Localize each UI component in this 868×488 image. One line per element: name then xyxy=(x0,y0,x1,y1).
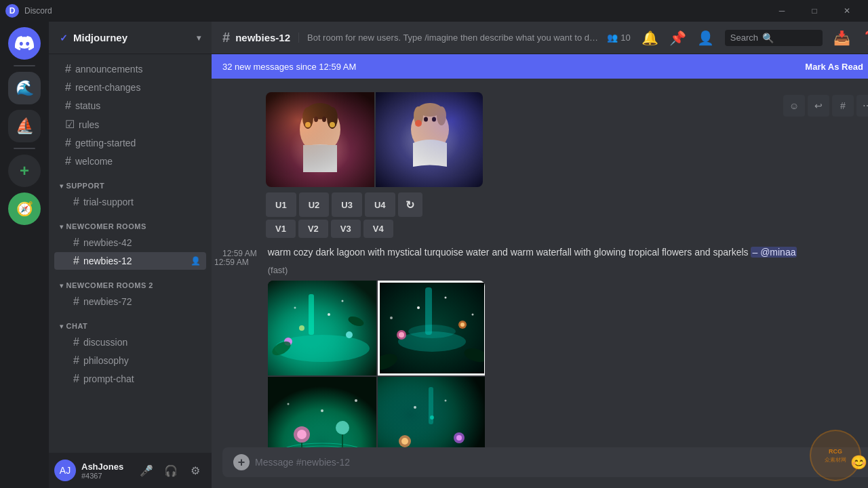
category-chat[interactable]: ▾ CHAT xyxy=(49,311,212,333)
u2-button[interactable]: U2 xyxy=(299,192,330,217)
category-label: CHAT xyxy=(66,322,88,330)
lagoon-image-2[interactable] xyxy=(378,281,485,375)
channel-label: announcements xyxy=(75,64,143,75)
close-button[interactable]: ✕ xyxy=(831,0,863,22)
channel-item-welcome[interactable]: # welcome xyxy=(54,152,206,170)
server-name: Midjourney xyxy=(73,32,127,43)
maximize-button[interactable]: □ xyxy=(799,0,830,22)
user-discriminator: #4367 xyxy=(81,472,130,480)
hash-icon: # xyxy=(73,354,79,367)
refresh-button[interactable]: ↻ xyxy=(398,192,422,217)
lagoon-image-3[interactable] xyxy=(268,377,376,447)
add-server-button[interactable]: + xyxy=(8,155,41,187)
hash-icon: # xyxy=(65,155,71,167)
action-buttons-u: U1 U2 U3 U4 ↻ xyxy=(266,192,772,217)
v4-button[interactable]: V4 xyxy=(363,220,393,238)
svg-point-69 xyxy=(430,415,434,420)
lagoon-image-1[interactable] xyxy=(268,281,376,375)
svg-point-45 xyxy=(444,296,446,298)
message-content: U1 U2 U3 U4 ↻ V1 V2 V3 V4 xyxy=(266,92,772,241)
channel-item-announcements[interactable]: # announcements xyxy=(54,60,206,78)
user-settings-button[interactable]: ⚙ xyxy=(184,460,206,481)
svg-rect-13 xyxy=(266,92,374,187)
avatar-initials: AJ xyxy=(60,465,71,476)
notification-message: 32 new messages since 12:59 AM xyxy=(222,62,356,72)
notification-bell-icon[interactable]: 🔔 xyxy=(642,30,658,46)
v3-button[interactable]: V3 xyxy=(331,220,361,238)
v1-button[interactable]: V1 xyxy=(266,220,296,238)
user-area: AJ AshJones #4367 🎤 🎧 ⚙ xyxy=(49,453,212,488)
channel-item-rules[interactable]: ☑ rules xyxy=(54,115,206,134)
portrait-image-2[interactable] xyxy=(376,92,483,187)
channel-item-newbies-12[interactable]: # newbies-12 👤 xyxy=(54,252,206,270)
image-grid-lagoon xyxy=(268,281,485,447)
channel-item-newbies-72[interactable]: # newbies-72 xyxy=(54,293,206,310)
v2-button[interactable]: V2 xyxy=(298,220,328,238)
watermark-text-1: RCG xyxy=(829,448,842,455)
u3-button[interactable]: U3 xyxy=(332,192,362,217)
channel-name-header: # newbies-12 xyxy=(222,30,290,45)
user-controls: 🎤 🎧 ⚙ xyxy=(136,460,206,481)
thread-icon[interactable]: # xyxy=(832,95,854,117)
member-icon: 👥 xyxy=(607,33,618,43)
server-icon-boat[interactable]: ⛵ xyxy=(8,110,41,142)
svg-point-60 xyxy=(287,403,289,405)
verified-icon: ✓ xyxy=(60,33,68,43)
message-input-placeholder[interactable]: Message #newbies-12 xyxy=(255,457,845,468)
portrait-image-1[interactable] xyxy=(266,92,374,187)
hash-icon: # xyxy=(65,81,71,94)
svg-point-61 xyxy=(355,399,357,402)
channel-item-status[interactable]: # status xyxy=(54,97,206,115)
channel-item-newbies-42[interactable]: # newbies-42 xyxy=(54,234,206,251)
svg-point-41 xyxy=(399,332,404,338)
user-avatar: AJ xyxy=(54,460,76,481)
channel-item-getting-started[interactable]: # getting-started xyxy=(54,134,206,152)
server-icon-midjourney[interactable]: 🌊 xyxy=(8,72,41,104)
u1-button[interactable]: U1 xyxy=(266,192,296,217)
channel-item-philosophy[interactable]: # philosophy xyxy=(54,352,206,369)
lagoon-image-4[interactable] xyxy=(378,377,485,447)
search-icon: 🔍 xyxy=(762,33,774,43)
category-newcomer-rooms-2[interactable]: ▾ NEWCOMER ROOMS 2 xyxy=(49,270,212,292)
u4-button[interactable]: U4 xyxy=(365,192,395,217)
server-icon-discord[interactable] xyxy=(8,27,41,60)
add-attachment-button[interactable]: + xyxy=(233,454,250,470)
mark-as-read-button[interactable]: Mark As Read 🔖 xyxy=(805,62,868,72)
channel-item-prompt-chat[interactable]: # prompt-chat xyxy=(54,370,206,388)
category-support[interactable]: ▾ SUPPORT xyxy=(49,171,212,192)
help-icon[interactable]: ❓ xyxy=(861,30,868,46)
channel-item-trial-support[interactable]: # trial-support xyxy=(54,193,206,211)
channel-hash-icon: # xyxy=(222,30,230,45)
inbox-icon[interactable]: 📥 xyxy=(833,30,850,46)
more-options-icon[interactable]: ⋯ xyxy=(856,95,868,117)
channel-item-discussion[interactable]: # discussion xyxy=(54,333,206,351)
search-bar[interactable]: Search 🔍 xyxy=(725,30,823,46)
search-placeholder-text: Search xyxy=(730,33,758,43)
explore-servers-button[interactable]: 🧭 xyxy=(8,192,41,225)
action-buttons-v: V1 V2 V3 V4 xyxy=(266,220,772,238)
add-reaction-icon[interactable]: ☺ xyxy=(783,95,805,117)
channel-item-recent-changes[interactable]: # recent-changes xyxy=(54,79,206,96)
mute-microphone-button[interactable]: 🎤 xyxy=(136,460,157,481)
app-window: D Discord ─ □ ✕ 🌊 ⛵ + 🧭 ✓ Mid xyxy=(0,0,868,488)
add-members-icon[interactable]: 👤 xyxy=(697,30,714,46)
message-body: warm cozy dark lagoon with mystical turq… xyxy=(268,247,751,258)
category-label: NEWCOMER ROOMS xyxy=(66,222,146,230)
category-newcomer-rooms[interactable]: ▾ NEWCOMER ROOMS xyxy=(49,211,212,233)
svg-point-66 xyxy=(401,438,408,445)
channel-description: Bot room for new users. Type /imagine th… xyxy=(298,33,599,43)
category-label: NEWCOMER ROOMS 2 xyxy=(66,281,153,289)
thread-icon: 👤 xyxy=(191,256,201,266)
server-header[interactable]: ✓ Midjourney ▾ xyxy=(49,22,212,54)
channel-label: getting-started xyxy=(75,138,136,148)
svg-point-44 xyxy=(417,306,420,309)
reply-icon[interactable]: ↩ xyxy=(808,95,829,117)
svg-point-53 xyxy=(297,430,307,439)
minimize-button[interactable]: ─ xyxy=(766,0,797,22)
mention-user[interactable]: – @minaa xyxy=(751,247,797,258)
forum-hash-icon: # xyxy=(73,373,79,385)
pin-icon[interactable]: 📌 xyxy=(669,30,686,46)
category-arrow: ▾ xyxy=(60,223,64,230)
deafen-headphone-button[interactable]: 🎧 xyxy=(160,460,182,481)
category-arrow: ▾ xyxy=(60,323,64,330)
